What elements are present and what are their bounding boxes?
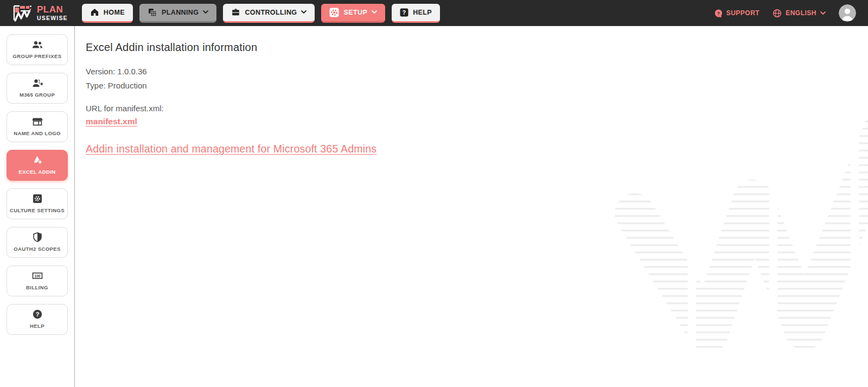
addin-icon — [31, 155, 43, 166]
briefcase-icon — [231, 8, 240, 17]
chevron-down-icon — [820, 11, 826, 15]
sidebar-label: BILLING — [26, 284, 48, 291]
sidebar: GROUP PREFIXES M365 GROUP NAME AND LOGO — [0, 26, 75, 387]
language-selector[interactable]: ENGLISH — [773, 9, 826, 18]
page-title: Excel Addin installation information — [86, 41, 868, 54]
nav-controlling-label: CONTROLLING — [245, 9, 297, 16]
support-icon: ? — [713, 9, 723, 18]
sidebar-item-culture-settings[interactable]: CULTURE SETTINGS — [7, 188, 68, 219]
manifest-xml-link[interactable]: manifest.xml — [86, 117, 137, 126]
nav-planning-button[interactable]: PLANNING — [139, 4, 216, 23]
nav-home-button[interactable]: HOME — [82, 4, 133, 23]
sidebar-item-m365-group[interactable]: M365 GROUP — [7, 73, 68, 104]
billing-icon: 100 — [31, 270, 43, 281]
svg-text:?: ? — [403, 9, 406, 15]
support-label: SUPPORT — [726, 9, 760, 17]
sidebar-item-group-prefixes[interactable]: GROUP PREFIXES — [7, 34, 68, 65]
nav-button-group: HOME PLANNING CONTROLLING — [82, 4, 440, 23]
avatar-icon — [839, 4, 856, 22]
version-text: Version: 1.0.0.36 — [86, 65, 868, 79]
app-logo[interactable]: PLAN USEWISE — [12, 4, 68, 22]
main-content: Excel Addin installation information Ver… — [75, 26, 868, 387]
navbar-right-group: ? SUPPORT ENGLISH — [713, 4, 856, 22]
globe-icon — [773, 9, 782, 18]
sidebar-label: M365 GROUP — [20, 91, 55, 99]
app-logo-text: PLAN USEWISE — [37, 5, 68, 21]
sidebar-label: GROUP PREFIXES — [13, 53, 62, 60]
sidebar-item-excel-addin[interactable]: EXCEL ADDIN — [7, 150, 68, 181]
nav-planning-label: PLANNING — [162, 9, 199, 16]
support-link[interactable]: ? SUPPORT — [713, 9, 760, 18]
svg-text:?: ? — [717, 10, 720, 16]
sidebar-label: CULTURE SETTINGS — [10, 207, 65, 214]
svg-text:?: ? — [35, 311, 39, 318]
settings-icon — [32, 193, 43, 204]
person-add-icon — [31, 78, 43, 88]
planusewise-logo-icon — [12, 4, 33, 22]
chevron-down-icon — [203, 10, 208, 14]
nav-help-button[interactable]: ? HELP — [392, 4, 440, 23]
sidebar-item-billing[interactable]: 100 BILLING — [7, 265, 68, 296]
sidebar-item-oauth2-scopes[interactable]: OAUTH2 SCOPES — [7, 227, 68, 258]
type-text: Type: Production — [86, 79, 868, 93]
nav-setup-button[interactable]: SETUP — [321, 4, 385, 23]
storefront-icon — [31, 116, 43, 127]
nav-home-label: HOME — [104, 9, 125, 16]
sidebar-item-help[interactable]: ? HELP — [7, 304, 68, 335]
manifest-url-label: URL for manifest.xml: — [86, 104, 868, 113]
shield-icon — [32, 232, 43, 243]
gear-icon — [329, 8, 339, 17]
sidebar-label: OAUTH2 SCOPES — [14, 245, 61, 253]
nav-setup-label: SETUP — [343, 9, 367, 16]
sidebar-label: EXCEL ADDIN — [18, 168, 55, 176]
page-body: GROUP PREFIXES M365 GROUP NAME AND LOGO — [0, 26, 868, 387]
top-navbar: PLAN USEWISE HOME PLANNING CONTROLLING — [0, 0, 868, 26]
planning-icon — [148, 8, 157, 17]
sidebar-item-name-and-logo[interactable]: NAME AND LOGO — [7, 111, 68, 142]
group-icon — [31, 39, 43, 50]
logo-line2: USEWISE — [37, 15, 68, 21]
home-icon — [90, 8, 99, 17]
chevron-down-icon — [372, 10, 377, 14]
sidebar-label: HELP — [30, 322, 44, 330]
nav-help-label: HELP — [413, 9, 432, 16]
logo-line1: PLAN — [37, 5, 68, 14]
language-label: ENGLISH — [786, 9, 816, 17]
user-avatar[interactable] — [839, 4, 856, 22]
sidebar-label: NAME AND LOGO — [14, 130, 61, 137]
addin-admin-guide-link[interactable]: Addin installation and management for Mi… — [86, 143, 376, 155]
chevron-down-icon — [301, 10, 307, 14]
question-icon: ? — [400, 8, 409, 17]
svg-text:100: 100 — [34, 274, 40, 278]
help-icon: ? — [32, 309, 43, 320]
nav-controlling-button[interactable]: CONTROLLING — [223, 4, 315, 23]
